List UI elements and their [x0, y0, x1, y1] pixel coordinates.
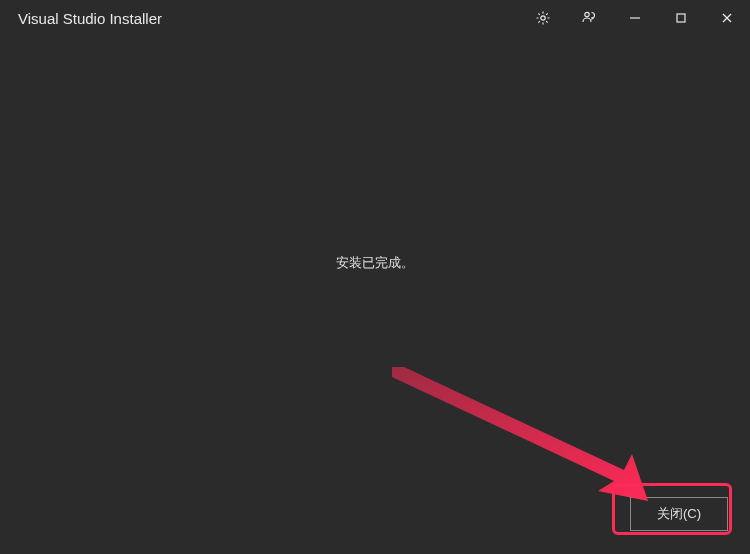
- footer-bar: 关闭(C): [0, 490, 750, 554]
- maximize-icon: [674, 11, 688, 25]
- minimize-icon: [628, 11, 642, 25]
- close-window-button[interactable]: [704, 0, 750, 36]
- close-icon: [720, 11, 734, 25]
- main-content: 安装已完成。: [0, 36, 750, 490]
- gear-icon: [535, 10, 551, 26]
- close-button[interactable]: 关闭(C): [630, 497, 728, 531]
- minimize-button[interactable]: [612, 0, 658, 36]
- installer-window: Visual Studio Installer: [0, 0, 750, 554]
- maximize-button[interactable]: [658, 0, 704, 36]
- feedback-button[interactable]: [566, 0, 612, 36]
- svg-point-0: [541, 16, 545, 20]
- svg-point-1: [585, 12, 589, 16]
- title-bar-controls: [520, 0, 750, 36]
- title-bar: Visual Studio Installer: [0, 0, 750, 36]
- settings-gear-button[interactable]: [520, 0, 566, 36]
- svg-rect-3: [677, 14, 685, 22]
- window-title: Visual Studio Installer: [18, 10, 162, 27]
- install-complete-message: 安装已完成。: [336, 254, 414, 272]
- feedback-icon: [581, 10, 597, 26]
